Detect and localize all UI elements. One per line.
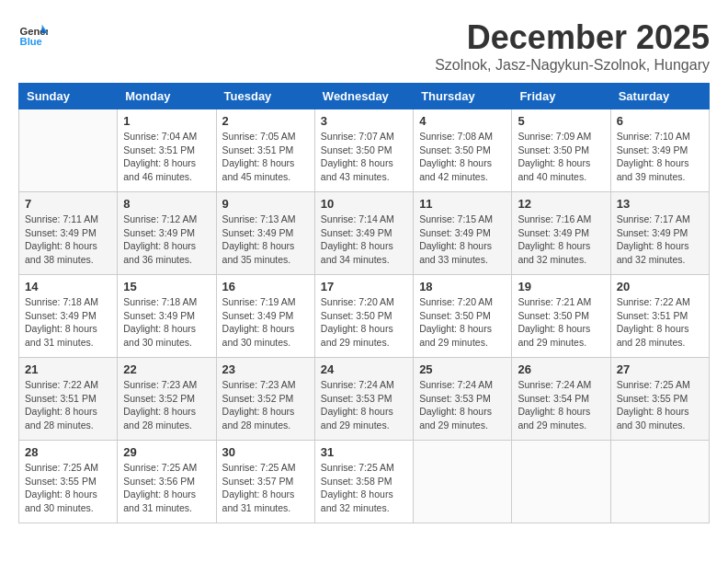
header-monday: Monday bbox=[118, 84, 216, 109]
calendar-week-row: 14 Sunrise: 7:18 AMSunset: 3:49 PMDaylig… bbox=[19, 275, 710, 358]
calendar-cell: 29 Sunrise: 7:25 AMSunset: 3:56 PMDaylig… bbox=[118, 441, 216, 523]
calendar-cell: 17 Sunrise: 7:20 AMSunset: 3:50 PMDaylig… bbox=[314, 275, 413, 358]
calendar-cell: 8 Sunrise: 7:12 AMSunset: 3:49 PMDayligh… bbox=[118, 192, 216, 275]
day-number: 7 bbox=[25, 197, 111, 211]
calendar-week-row: 28 Sunrise: 7:25 AMSunset: 3:55 PMDaylig… bbox=[19, 441, 710, 523]
day-info: Sunrise: 7:23 AMSunset: 3:52 PMDaylight:… bbox=[222, 378, 309, 432]
day-info: Sunrise: 7:24 AMSunset: 3:53 PMDaylight:… bbox=[419, 378, 506, 432]
calendar-week-row: 1 Sunrise: 7:04 AMSunset: 3:51 PMDayligh… bbox=[19, 109, 710, 192]
calendar-cell: 1 Sunrise: 7:04 AMSunset: 3:51 PMDayligh… bbox=[118, 109, 216, 192]
day-info: Sunrise: 7:25 AMSunset: 3:55 PMDaylight:… bbox=[617, 378, 703, 432]
header: General Blue December 2025 Szolnok, Jasz… bbox=[18, 18, 710, 74]
day-number: 11 bbox=[419, 197, 506, 211]
calendar-cell: 9 Sunrise: 7:13 AMSunset: 3:49 PMDayligh… bbox=[216, 192, 314, 275]
day-number: 1 bbox=[123, 114, 210, 128]
day-info: Sunrise: 7:18 AMSunset: 3:49 PMDaylight:… bbox=[123, 295, 210, 350]
header-saturday: Saturday bbox=[610, 84, 709, 109]
day-info: Sunrise: 7:13 AMSunset: 3:49 PMDaylight:… bbox=[222, 213, 309, 267]
calendar-cell: 2 Sunrise: 7:05 AMSunset: 3:51 PMDayligh… bbox=[216, 109, 314, 192]
day-info: Sunrise: 7:09 AMSunset: 3:50 PMDaylight:… bbox=[518, 130, 604, 184]
day-number: 17 bbox=[321, 280, 407, 293]
day-info: Sunrise: 7:12 AMSunset: 3:49 PMDaylight:… bbox=[123, 213, 210, 267]
day-info: Sunrise: 7:24 AMSunset: 3:53 PMDaylight:… bbox=[321, 378, 407, 432]
day-info: Sunrise: 7:25 AMSunset: 3:56 PMDaylight:… bbox=[123, 461, 210, 515]
logo-icon: General Blue bbox=[18, 18, 48, 48]
day-info: Sunrise: 7:23 AMSunset: 3:52 PMDaylight:… bbox=[123, 378, 210, 432]
day-info: Sunrise: 7:14 AMSunset: 3:49 PMDaylight:… bbox=[321, 213, 407, 267]
logo: General Blue bbox=[18, 18, 48, 48]
day-number: 16 bbox=[222, 280, 309, 293]
calendar-week-row: 7 Sunrise: 7:11 AMSunset: 3:49 PMDayligh… bbox=[19, 192, 710, 275]
day-info: Sunrise: 7:25 AMSunset: 3:55 PMDaylight:… bbox=[25, 461, 111, 515]
day-info: Sunrise: 7:25 AMSunset: 3:57 PMDaylight:… bbox=[222, 461, 309, 515]
calendar-cell: 4 Sunrise: 7:08 AMSunset: 3:50 PMDayligh… bbox=[414, 109, 512, 192]
header-wednesday: Wednesday bbox=[314, 84, 413, 109]
day-number: 5 bbox=[518, 114, 604, 128]
day-number: 28 bbox=[25, 445, 111, 459]
day-number: 22 bbox=[123, 362, 210, 376]
calendar-cell: 21 Sunrise: 7:22 AMSunset: 3:51 PMDaylig… bbox=[19, 358, 118, 441]
day-number: 29 bbox=[123, 445, 210, 459]
day-number: 4 bbox=[419, 114, 506, 128]
day-number: 24 bbox=[321, 362, 407, 376]
day-number: 13 bbox=[617, 197, 703, 211]
calendar-cell: 23 Sunrise: 7:23 AMSunset: 3:52 PMDaylig… bbox=[216, 358, 314, 441]
month-year-title: December 2025 bbox=[435, 18, 710, 57]
calendar-cell: 16 Sunrise: 7:19 AMSunset: 3:49 PMDaylig… bbox=[216, 275, 314, 358]
day-number: 23 bbox=[222, 362, 309, 376]
day-info: Sunrise: 7:20 AMSunset: 3:50 PMDaylight:… bbox=[419, 295, 506, 350]
day-number: 14 bbox=[25, 280, 111, 293]
title-area: December 2025 Szolnok, Jasz-Nagykun-Szol… bbox=[435, 18, 710, 74]
day-number: 10 bbox=[321, 197, 407, 211]
calendar-week-row: 21 Sunrise: 7:22 AMSunset: 3:51 PMDaylig… bbox=[19, 358, 710, 441]
day-info: Sunrise: 7:08 AMSunset: 3:50 PMDaylight:… bbox=[419, 130, 506, 184]
header-thursday: Thursday bbox=[414, 84, 512, 109]
day-info: Sunrise: 7:15 AMSunset: 3:49 PMDaylight:… bbox=[419, 213, 506, 267]
day-number: 19 bbox=[518, 280, 604, 293]
day-info: Sunrise: 7:22 AMSunset: 3:51 PMDaylight:… bbox=[617, 295, 703, 350]
day-number: 21 bbox=[25, 362, 111, 376]
calendar-cell: 12 Sunrise: 7:16 AMSunset: 3:49 PMDaylig… bbox=[512, 192, 610, 275]
day-info: Sunrise: 7:10 AMSunset: 3:49 PMDaylight:… bbox=[617, 130, 703, 184]
svg-text:Blue: Blue bbox=[20, 36, 42, 47]
calendar-cell: 14 Sunrise: 7:18 AMSunset: 3:49 PMDaylig… bbox=[19, 275, 118, 358]
header-sunday: Sunday bbox=[19, 84, 118, 109]
day-number: 6 bbox=[617, 114, 703, 128]
calendar-cell: 3 Sunrise: 7:07 AMSunset: 3:50 PMDayligh… bbox=[314, 109, 413, 192]
calendar-cell bbox=[19, 109, 118, 192]
calendar-header-row: Sunday Monday Tuesday Wednesday Thursday… bbox=[19, 84, 710, 109]
location-subtitle: Szolnok, Jasz-Nagykun-Szolnok, Hungary bbox=[435, 57, 710, 74]
day-info: Sunrise: 7:04 AMSunset: 3:51 PMDaylight:… bbox=[123, 130, 210, 184]
day-info: Sunrise: 7:19 AMSunset: 3:49 PMDaylight:… bbox=[222, 295, 309, 350]
header-friday: Friday bbox=[512, 84, 610, 109]
calendar-cell: 22 Sunrise: 7:23 AMSunset: 3:52 PMDaylig… bbox=[118, 358, 216, 441]
calendar-cell: 19 Sunrise: 7:21 AMSunset: 3:50 PMDaylig… bbox=[512, 275, 610, 358]
day-number: 18 bbox=[419, 280, 506, 293]
calendar-cell: 20 Sunrise: 7:22 AMSunset: 3:51 PMDaylig… bbox=[610, 275, 709, 358]
day-number: 25 bbox=[419, 362, 506, 376]
day-number: 27 bbox=[617, 362, 703, 376]
day-info: Sunrise: 7:05 AMSunset: 3:51 PMDaylight:… bbox=[222, 130, 309, 184]
calendar-cell: 18 Sunrise: 7:20 AMSunset: 3:50 PMDaylig… bbox=[414, 275, 512, 358]
calendar-cell: 24 Sunrise: 7:24 AMSunset: 3:53 PMDaylig… bbox=[314, 358, 413, 441]
calendar-cell: 7 Sunrise: 7:11 AMSunset: 3:49 PMDayligh… bbox=[19, 192, 118, 275]
day-number: 9 bbox=[222, 197, 309, 211]
day-info: Sunrise: 7:24 AMSunset: 3:54 PMDaylight:… bbox=[518, 378, 604, 432]
day-number: 26 bbox=[518, 362, 604, 376]
day-info: Sunrise: 7:07 AMSunset: 3:50 PMDaylight:… bbox=[321, 130, 407, 184]
calendar-cell: 30 Sunrise: 7:25 AMSunset: 3:57 PMDaylig… bbox=[216, 441, 314, 523]
calendar-cell: 10 Sunrise: 7:14 AMSunset: 3:49 PMDaylig… bbox=[314, 192, 413, 275]
calendar-cell: 11 Sunrise: 7:15 AMSunset: 3:49 PMDaylig… bbox=[414, 192, 512, 275]
day-number: 15 bbox=[123, 280, 210, 293]
day-info: Sunrise: 7:11 AMSunset: 3:49 PMDaylight:… bbox=[25, 213, 111, 267]
day-info: Sunrise: 7:20 AMSunset: 3:50 PMDaylight:… bbox=[321, 295, 407, 350]
calendar-cell: 28 Sunrise: 7:25 AMSunset: 3:55 PMDaylig… bbox=[19, 441, 118, 523]
day-info: Sunrise: 7:21 AMSunset: 3:50 PMDaylight:… bbox=[518, 295, 604, 350]
calendar-cell: 31 Sunrise: 7:25 AMSunset: 3:58 PMDaylig… bbox=[314, 441, 413, 523]
day-info: Sunrise: 7:18 AMSunset: 3:49 PMDaylight:… bbox=[25, 295, 111, 350]
day-info: Sunrise: 7:17 AMSunset: 3:49 PMDaylight:… bbox=[617, 213, 703, 267]
day-number: 3 bbox=[321, 114, 407, 128]
calendar-cell bbox=[610, 441, 709, 523]
day-number: 12 bbox=[518, 197, 604, 211]
calendar-table: Sunday Monday Tuesday Wednesday Thursday… bbox=[18, 83, 710, 523]
